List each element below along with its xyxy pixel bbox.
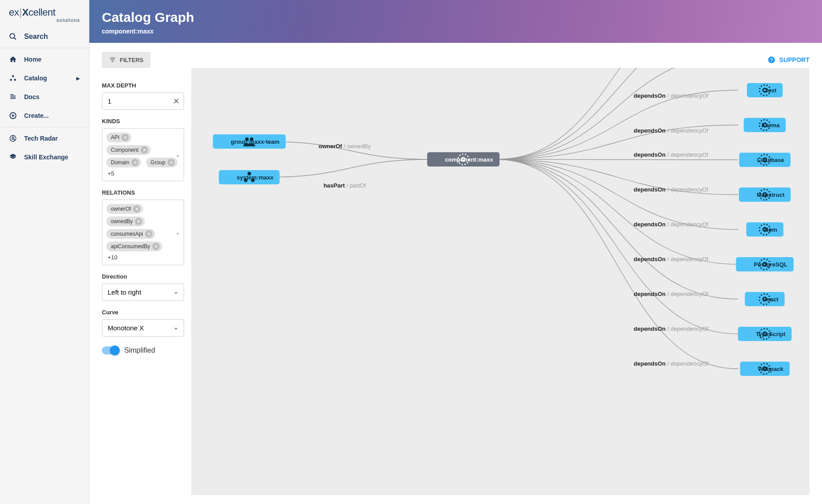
chip: apiConsumedBy✕ (106, 242, 162, 251)
support-link[interactable]: ? SUPPORT (767, 56, 809, 64)
node-icon (753, 86, 761, 94)
chip-remove-icon[interactable]: ✕ (145, 230, 152, 237)
chevron-down-icon[interactable]: ⌄ (176, 229, 180, 236)
graph-canvas[interactable]: JestdependsOn / dependencyOfKarmadepends… (191, 68, 809, 495)
radar-icon (9, 134, 17, 142)
chip: Domain✕ (106, 158, 141, 167)
graph-node-group[interactable]: group:maxx-team (213, 134, 285, 149)
nav-label: Create... (24, 112, 49, 119)
main: Catalog Graph component:maxx FILTERS ? S… (89, 0, 822, 504)
svg-point-32 (245, 137, 249, 141)
chip-remove-icon[interactable]: ✕ (141, 146, 148, 154)
nav-label: Catalog (24, 75, 47, 82)
relations-select[interactable]: ownerOf✕ ownedBy✕ consumesApi✕ apiConsum… (102, 200, 184, 265)
graph-node-center[interactable]: component:maxx (427, 152, 499, 167)
node-icon (433, 155, 441, 163)
node-icon (225, 173, 233, 181)
chip-label: Component (111, 147, 138, 153)
graph-node-system[interactable]: system:maxx (219, 170, 280, 184)
search-icon (9, 33, 17, 41)
graph-node-jest[interactable]: Jest (747, 83, 783, 97)
chip-label: apiConsumedBy (111, 243, 150, 250)
svg-point-37 (461, 158, 465, 161)
chip-remove-icon[interactable]: ✕ (133, 205, 140, 212)
logo: ex|Xcellent solutions (0, 0, 89, 27)
node-icon (745, 191, 753, 199)
nav-docs[interactable]: Docs (0, 87, 89, 106)
kinds-select[interactable]: API✕ Component✕ Domain✕ Group✕ +5 ⌄ (102, 128, 184, 181)
edge-label: hasPart / partOf (323, 182, 366, 189)
filters-button[interactable]: FILTERS (102, 52, 151, 68)
edge-label: dependsOn / dependencyOf (634, 291, 709, 297)
create-icon (9, 112, 17, 120)
divider (0, 48, 89, 48)
nav-skill-exchange[interactable]: Skill Exchange (0, 148, 89, 167)
svg-point-2 (12, 75, 14, 77)
graph-node-webpack[interactable]: Webpack (740, 362, 790, 376)
svg-point-31 (759, 363, 770, 374)
edge-label: dependsOn / dependencyOf (634, 127, 709, 134)
chip-remove-icon[interactable]: ✕ (131, 159, 138, 166)
search-label: Search (24, 33, 48, 41)
chip-remove-icon[interactable]: ✕ (152, 243, 159, 250)
graph-node-mapstruct[interactable]: Mapstruct (739, 187, 791, 202)
svg-point-28 (763, 332, 767, 336)
max-depth-input[interactable] (102, 92, 184, 110)
node-icon (219, 137, 227, 146)
svg-point-33 (250, 137, 253, 141)
chip-label: Domain (111, 159, 129, 166)
edge-label: dependsOn / dependencyOf (634, 151, 709, 158)
simplified-label: Simplified (124, 346, 155, 354)
simplified-toggle[interactable] (102, 346, 119, 354)
graph-node-react[interactable]: React (745, 292, 784, 306)
edge-label: dependsOn / dependencyOf (634, 256, 709, 262)
chip: consumesApi✕ (106, 229, 155, 239)
node-icon (750, 121, 758, 129)
edge-label: dependsOn / dependencyOf (634, 221, 709, 228)
filter-panel: MAX DEPTH ✕ KINDS API✕ Component✕ Domain… (102, 68, 184, 495)
svg-point-0 (10, 33, 15, 38)
svg-point-27 (759, 294, 770, 304)
nav-label: Docs (24, 93, 39, 100)
curve-select[interactable]: Monotone X (102, 319, 184, 337)
kinds-more: +5 (108, 170, 114, 177)
svg-point-29 (759, 329, 770, 339)
filters-label: FILTERS (120, 57, 143, 63)
graph-node-postgresql[interactable]: PostgreSQL (736, 257, 793, 271)
chip-remove-icon[interactable]: ✕ (135, 218, 142, 225)
nav-label: Skill Exchange (24, 154, 68, 161)
chevron-right-icon: ▶ (76, 76, 80, 81)
filter-icon (109, 56, 116, 63)
graph-node-liquibase[interactable]: Liquibase (739, 153, 791, 167)
chevron-down-icon[interactable]: ⌄ (176, 152, 180, 158)
relations-more: +10 (108, 254, 117, 261)
svg-point-14 (763, 88, 767, 92)
nav-create[interactable]: Create... (0, 106, 89, 125)
support-label: SUPPORT (779, 56, 809, 63)
nav-label: Tech Radar (24, 135, 58, 142)
docs-icon (9, 93, 17, 101)
graph-node-npm[interactable]: Npm (747, 222, 784, 237)
node-icon (746, 156, 754, 164)
direction-select[interactable]: Left to right (102, 283, 184, 301)
nav-home[interactable]: Home (0, 50, 89, 69)
chip-remove-icon[interactable]: ✕ (168, 159, 175, 166)
nav-catalog[interactable]: Catalog ▶ (0, 69, 89, 87)
edge-label: dependsOn / dependencyOf (634, 360, 709, 367)
graph-node-typescript[interactable]: TypeScript (738, 327, 792, 341)
direction-label: Direction (102, 273, 184, 280)
nav-label: Home (24, 56, 42, 63)
svg-point-25 (759, 259, 770, 270)
chip: Group✕ (146, 158, 177, 167)
node-icon (742, 260, 750, 268)
edge-label: dependsOn / dependencyOf (634, 325, 709, 332)
nav-tech-radar[interactable]: Tech Radar (0, 129, 89, 148)
graph-node-karma[interactable]: Karma (744, 118, 786, 132)
node-icon (744, 330, 752, 338)
clear-icon[interactable]: ✕ (173, 96, 180, 106)
chip-label: consumesApi (111, 231, 143, 237)
search-button[interactable]: Search (0, 27, 89, 46)
edge-label: ownerOf / ownedBy (319, 143, 371, 150)
chip-remove-icon[interactable]: ✕ (122, 134, 129, 141)
svg-text:?: ? (770, 57, 773, 62)
